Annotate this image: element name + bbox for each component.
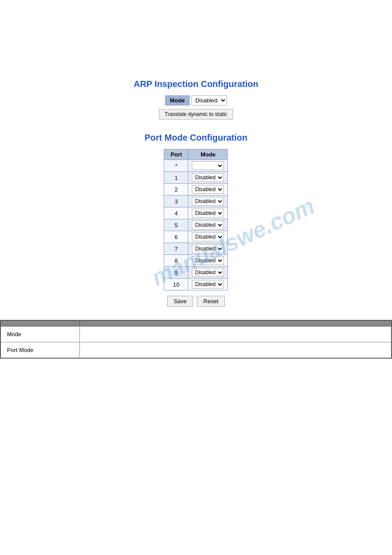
port-3-mode-select[interactable]: DisabledTrusted (192, 197, 224, 206)
port-mode-cell[interactable]: DisabledTrusted (188, 196, 228, 207)
port-mode-cell[interactable]: DisabledTrusted (188, 255, 228, 267)
table-row: Port Mode (0, 342, 392, 359)
button-row: Save Reset (167, 296, 225, 307)
port-wildcard-cell: * (164, 160, 188, 172)
port-7-mode-select[interactable]: DisabledTrusted (192, 244, 224, 253)
port-number-cell: 2 (164, 184, 188, 196)
port-wildcard-select[interactable]: DisabledTrusted (192, 161, 224, 170)
port-5-mode-select[interactable]: DisabledTrusted (192, 221, 224, 229)
port-mode-cell[interactable]: DisabledTrusted (188, 207, 228, 219)
mode-row: Mode Disabled Enabled (165, 95, 227, 105)
port-mode-cell[interactable]: DisabledTrusted (188, 267, 228, 279)
port-mode-cell[interactable]: DisabledTrusted (188, 184, 228, 196)
ref-row1-col1: Mode (0, 326, 79, 342)
port-mode-title: Port Mode Configuration (144, 133, 247, 143)
mode-wildcard-cell[interactable]: DisabledTrusted (188, 160, 228, 172)
ref-row2-col1: Port Mode (0, 342, 79, 359)
port-mode-cell[interactable]: DisabledTrusted (188, 243, 228, 255)
table-row: 4 DisabledTrusted (164, 207, 228, 219)
port-1-mode-select[interactable]: DisabledTrusted (192, 173, 224, 182)
port-10-mode-select[interactable]: DisabledTrusted (192, 280, 224, 289)
port-mode-cell[interactable]: DisabledTrusted (188, 279, 228, 290)
port-8-mode-select[interactable]: DisabledTrusted (192, 256, 224, 265)
mode-label: Mode (165, 95, 190, 105)
port-mode-section: Port Mode Configuration Port Mode * Disa… (144, 133, 247, 307)
port-number-cell: 9 (164, 267, 188, 279)
port-number-cell: 5 (164, 219, 188, 231)
port-mode-cell[interactable]: DisabledTrusted (188, 172, 228, 184)
port-4-mode-select[interactable]: DisabledTrusted (192, 209, 224, 218)
reset-button[interactable]: Reset (197, 296, 225, 307)
save-button[interactable]: Save (167, 296, 194, 307)
port-mode-cell[interactable]: DisabledTrusted (188, 219, 228, 231)
table-row: 2 DisabledTrusted (164, 184, 228, 196)
port-number-cell: 6 (164, 231, 188, 243)
port-number-cell: 1 (164, 172, 188, 184)
arp-inspection-section: ARP Inspection Configuration Mode Disabl… (133, 79, 258, 120)
port-9-mode-select[interactable]: DisabledTrusted (192, 268, 224, 277)
table-row: 10 DisabledTrusted (164, 279, 228, 290)
table-row: * DisabledTrusted (164, 160, 228, 172)
table-row: Mode (0, 326, 392, 342)
table-row: 6 DisabledTrusted (164, 231, 228, 243)
table-row: 5 DisabledTrusted (164, 219, 228, 231)
port-number-cell: 7 (164, 243, 188, 255)
port-mode-table: Port Mode * DisabledTrusted 1 DisabledTr… (164, 149, 228, 290)
col-header-port: Port (164, 149, 188, 160)
ref-col-header-1 (0, 320, 79, 326)
ref-row2-col2 (79, 342, 392, 359)
port-number-cell: 3 (164, 196, 188, 207)
port-mode-cell[interactable]: DisabledTrusted (188, 231, 228, 243)
port-number-cell: 4 (164, 207, 188, 219)
port-number-cell: 10 (164, 279, 188, 290)
ref-row1-col2 (79, 326, 392, 342)
table-row: 8 DisabledTrusted (164, 255, 228, 267)
port-number-cell: 8 (164, 255, 188, 267)
table-row: 1 DisabledTrusted (164, 172, 228, 184)
arp-mode-select[interactable]: Disabled Enabled (191, 95, 227, 105)
table-row: 9 DisabledTrusted (164, 267, 228, 279)
arp-inspection-title: ARP Inspection Configuration (133, 79, 258, 89)
table-row: 3 DisabledTrusted (164, 196, 228, 207)
translate-dynamic-to-static-button[interactable]: Translate dynamic to static (159, 109, 233, 120)
reference-table: Mode Port Mode (0, 320, 392, 359)
table-row: 7 DisabledTrusted (164, 243, 228, 255)
ref-col-header-2 (79, 320, 392, 326)
col-header-mode: Mode (188, 149, 228, 160)
port-6-mode-select[interactable]: DisabledTrusted (192, 232, 224, 241)
port-2-mode-select[interactable]: DisabledTrusted (192, 185, 224, 194)
